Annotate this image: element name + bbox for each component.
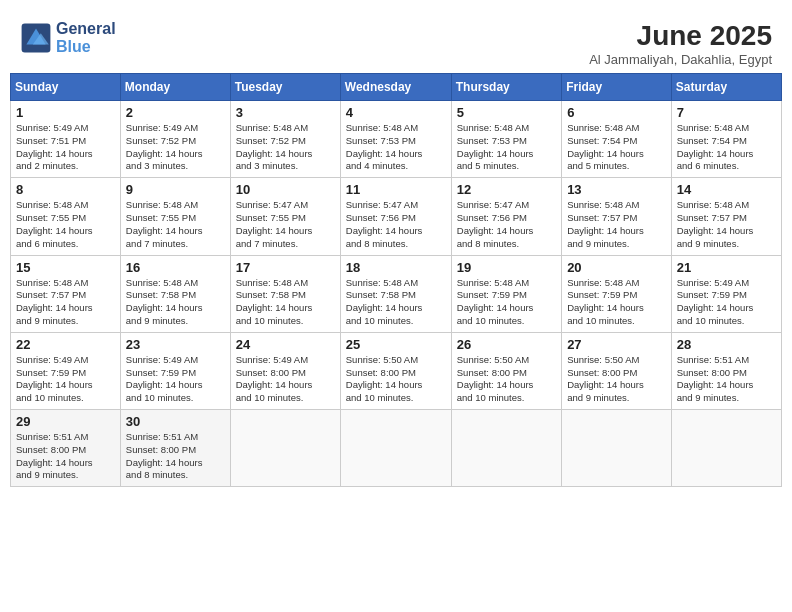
day-number: 25 [346, 337, 446, 352]
day-info: Sunrise: 5:48 AMSunset: 7:57 PMDaylight:… [677, 199, 776, 250]
table-row: 14Sunrise: 5:48 AMSunset: 7:57 PMDayligh… [671, 178, 781, 255]
calendar-table: Sunday Monday Tuesday Wednesday Thursday… [10, 73, 782, 487]
table-row: 28Sunrise: 5:51 AMSunset: 8:00 PMDayligh… [671, 332, 781, 409]
day-info: Sunrise: 5:48 AMSunset: 7:57 PMDaylight:… [16, 277, 115, 328]
day-number: 12 [457, 182, 556, 197]
day-info: Sunrise: 5:47 AMSunset: 7:56 PMDaylight:… [346, 199, 446, 250]
logo: General Blue [20, 20, 116, 56]
table-row: 10Sunrise: 5:47 AMSunset: 7:55 PMDayligh… [230, 178, 340, 255]
day-info: Sunrise: 5:48 AMSunset: 7:57 PMDaylight:… [567, 199, 666, 250]
table-row [451, 410, 561, 487]
day-number: 2 [126, 105, 225, 120]
day-info: Sunrise: 5:49 AMSunset: 7:59 PMDaylight:… [16, 354, 115, 405]
calendar-week-row: 8Sunrise: 5:48 AMSunset: 7:55 PMDaylight… [11, 178, 782, 255]
day-info: Sunrise: 5:47 AMSunset: 7:56 PMDaylight:… [457, 199, 556, 250]
table-row: 2Sunrise: 5:49 AMSunset: 7:52 PMDaylight… [120, 101, 230, 178]
day-number: 26 [457, 337, 556, 352]
day-number: 16 [126, 260, 225, 275]
day-number: 22 [16, 337, 115, 352]
day-number: 30 [126, 414, 225, 429]
day-number: 9 [126, 182, 225, 197]
day-info: Sunrise: 5:48 AMSunset: 7:53 PMDaylight:… [346, 122, 446, 173]
day-number: 11 [346, 182, 446, 197]
day-number: 24 [236, 337, 335, 352]
table-row: 29Sunrise: 5:51 AMSunset: 8:00 PMDayligh… [11, 410, 121, 487]
day-number: 28 [677, 337, 776, 352]
day-number: 7 [677, 105, 776, 120]
day-info: Sunrise: 5:48 AMSunset: 7:54 PMDaylight:… [677, 122, 776, 173]
day-info: Sunrise: 5:49 AMSunset: 7:52 PMDaylight:… [126, 122, 225, 173]
table-row: 15Sunrise: 5:48 AMSunset: 7:57 PMDayligh… [11, 255, 121, 332]
day-info: Sunrise: 5:48 AMSunset: 7:55 PMDaylight:… [16, 199, 115, 250]
day-number: 15 [16, 260, 115, 275]
table-row: 30Sunrise: 5:51 AMSunset: 8:00 PMDayligh… [120, 410, 230, 487]
col-monday: Monday [120, 74, 230, 101]
day-number: 4 [346, 105, 446, 120]
calendar-header-row: Sunday Monday Tuesday Wednesday Thursday… [11, 74, 782, 101]
day-info: Sunrise: 5:48 AMSunset: 7:58 PMDaylight:… [346, 277, 446, 328]
day-number: 29 [16, 414, 115, 429]
day-info: Sunrise: 5:47 AMSunset: 7:55 PMDaylight:… [236, 199, 335, 250]
day-info: Sunrise: 5:48 AMSunset: 7:58 PMDaylight:… [236, 277, 335, 328]
table-row: 11Sunrise: 5:47 AMSunset: 7:56 PMDayligh… [340, 178, 451, 255]
table-row: 3Sunrise: 5:48 AMSunset: 7:52 PMDaylight… [230, 101, 340, 178]
table-row: 16Sunrise: 5:48 AMSunset: 7:58 PMDayligh… [120, 255, 230, 332]
day-number: 3 [236, 105, 335, 120]
day-number: 10 [236, 182, 335, 197]
calendar-week-row: 15Sunrise: 5:48 AMSunset: 7:57 PMDayligh… [11, 255, 782, 332]
day-info: Sunrise: 5:49 AMSunset: 7:59 PMDaylight:… [677, 277, 776, 328]
day-info: Sunrise: 5:48 AMSunset: 7:55 PMDaylight:… [126, 199, 225, 250]
table-row: 20Sunrise: 5:48 AMSunset: 7:59 PMDayligh… [562, 255, 672, 332]
calendar-week-row: 1Sunrise: 5:49 AMSunset: 7:51 PMDaylight… [11, 101, 782, 178]
day-number: 27 [567, 337, 666, 352]
day-info: Sunrise: 5:48 AMSunset: 7:59 PMDaylight:… [457, 277, 556, 328]
col-saturday: Saturday [671, 74, 781, 101]
table-row: 25Sunrise: 5:50 AMSunset: 8:00 PMDayligh… [340, 332, 451, 409]
day-info: Sunrise: 5:51 AMSunset: 8:00 PMDaylight:… [126, 431, 225, 482]
table-row [340, 410, 451, 487]
calendar-week-row: 29Sunrise: 5:51 AMSunset: 8:00 PMDayligh… [11, 410, 782, 487]
table-row: 23Sunrise: 5:49 AMSunset: 7:59 PMDayligh… [120, 332, 230, 409]
month-year-title: June 2025 [589, 20, 772, 52]
col-friday: Friday [562, 74, 672, 101]
table-row: 17Sunrise: 5:48 AMSunset: 7:58 PMDayligh… [230, 255, 340, 332]
table-row: 22Sunrise: 5:49 AMSunset: 7:59 PMDayligh… [11, 332, 121, 409]
table-row [230, 410, 340, 487]
page-header: General Blue June 2025 Al Jammaliyah, Da… [10, 10, 782, 73]
day-info: Sunrise: 5:48 AMSunset: 7:53 PMDaylight:… [457, 122, 556, 173]
table-row: 1Sunrise: 5:49 AMSunset: 7:51 PMDaylight… [11, 101, 121, 178]
day-number: 23 [126, 337, 225, 352]
table-row: 4Sunrise: 5:48 AMSunset: 7:53 PMDaylight… [340, 101, 451, 178]
table-row: 13Sunrise: 5:48 AMSunset: 7:57 PMDayligh… [562, 178, 672, 255]
table-row: 27Sunrise: 5:50 AMSunset: 8:00 PMDayligh… [562, 332, 672, 409]
col-wednesday: Wednesday [340, 74, 451, 101]
day-number: 17 [236, 260, 335, 275]
day-number: 19 [457, 260, 556, 275]
table-row: 6Sunrise: 5:48 AMSunset: 7:54 PMDaylight… [562, 101, 672, 178]
day-number: 14 [677, 182, 776, 197]
day-number: 1 [16, 105, 115, 120]
day-info: Sunrise: 5:48 AMSunset: 7:54 PMDaylight:… [567, 122, 666, 173]
day-number: 18 [346, 260, 446, 275]
day-info: Sunrise: 5:51 AMSunset: 8:00 PMDaylight:… [677, 354, 776, 405]
day-info: Sunrise: 5:48 AMSunset: 7:58 PMDaylight:… [126, 277, 225, 328]
table-row: 26Sunrise: 5:50 AMSunset: 8:00 PMDayligh… [451, 332, 561, 409]
table-row: 12Sunrise: 5:47 AMSunset: 7:56 PMDayligh… [451, 178, 561, 255]
col-sunday: Sunday [11, 74, 121, 101]
table-row: 8Sunrise: 5:48 AMSunset: 7:55 PMDaylight… [11, 178, 121, 255]
day-info: Sunrise: 5:50 AMSunset: 8:00 PMDaylight:… [346, 354, 446, 405]
day-info: Sunrise: 5:48 AMSunset: 7:59 PMDaylight:… [567, 277, 666, 328]
col-tuesday: Tuesday [230, 74, 340, 101]
table-row: 24Sunrise: 5:49 AMSunset: 8:00 PMDayligh… [230, 332, 340, 409]
location-subtitle: Al Jammaliyah, Dakahlia, Egypt [589, 52, 772, 67]
day-number: 8 [16, 182, 115, 197]
day-info: Sunrise: 5:50 AMSunset: 8:00 PMDaylight:… [567, 354, 666, 405]
day-info: Sunrise: 5:49 AMSunset: 7:59 PMDaylight:… [126, 354, 225, 405]
col-thursday: Thursday [451, 74, 561, 101]
day-number: 5 [457, 105, 556, 120]
day-info: Sunrise: 5:51 AMSunset: 8:00 PMDaylight:… [16, 431, 115, 482]
table-row: 9Sunrise: 5:48 AMSunset: 7:55 PMDaylight… [120, 178, 230, 255]
title-block: June 2025 Al Jammaliyah, Dakahlia, Egypt [589, 20, 772, 67]
day-info: Sunrise: 5:48 AMSunset: 7:52 PMDaylight:… [236, 122, 335, 173]
table-row: 21Sunrise: 5:49 AMSunset: 7:59 PMDayligh… [671, 255, 781, 332]
